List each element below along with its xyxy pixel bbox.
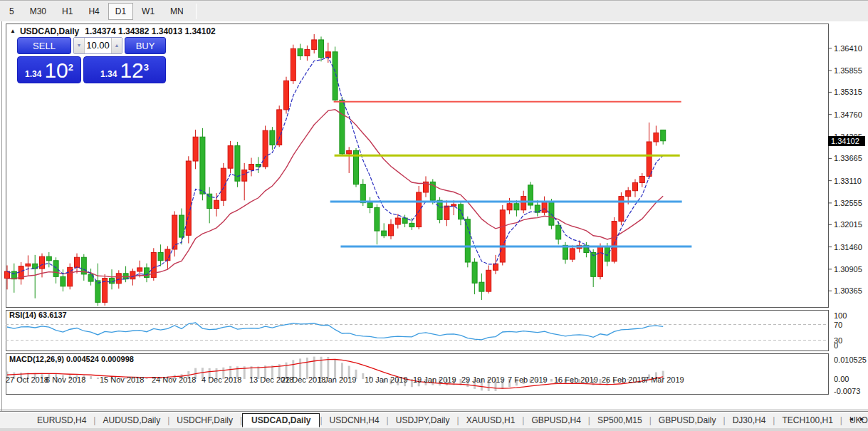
candle-body	[291, 48, 296, 81]
sell-price-sup: 2	[68, 64, 73, 71]
candle-body	[521, 197, 526, 210]
date-axis-label: 16 Feb 2019	[554, 375, 598, 384]
macd-bar	[97, 378, 99, 379]
tab-dj30[interactable]: DJ30,H4	[726, 414, 773, 427]
candle-body	[598, 246, 603, 276]
date-axis-label: 10 Jan 2019	[365, 375, 408, 384]
timeframe-button-h4[interactable]: H4	[81, 3, 106, 20]
date-axis-label: 29 Jan 2019	[461, 375, 505, 384]
candle-body	[61, 276, 66, 286]
candle-body	[277, 110, 282, 145]
candle-body	[486, 270, 491, 291]
sell-button[interactable]: SELL	[17, 37, 71, 54]
candle-body	[444, 206, 449, 219]
sell-price-big: 10	[44, 61, 68, 80]
candle-body	[605, 246, 610, 261]
tab-tech100[interactable]: TECH100,H1	[775, 414, 840, 427]
candle-body	[75, 257, 80, 267]
date-axis-label: 1 Jan 2019	[318, 375, 356, 384]
tab-usdjpy[interactable]: USDJPY,Daily	[389, 414, 457, 427]
candle-body	[619, 197, 624, 222]
tab-scroll-right-icon[interactable]: ▸	[860, 415, 864, 422]
buy-price-big: 12	[120, 61, 143, 80]
macd-label: MACD(12,26,9) 0.004524 0.000998	[9, 355, 134, 363]
buy-price-small: 1.34	[100, 68, 117, 80]
price-axis-label: 1.30365	[834, 286, 862, 295]
candle-body	[305, 49, 310, 56]
candle-body	[165, 249, 170, 261]
date-axis-label: 15 Nov 2018	[100, 375, 144, 384]
candle-body	[130, 271, 135, 279]
candle-body	[479, 282, 484, 291]
candle-body	[200, 137, 205, 194]
chart-window[interactable]: ▲USDCAD,Daily1.34374 1.34382 1.34013 1.3…	[0, 21, 868, 411]
candle-body	[549, 202, 554, 226]
candle-body	[389, 224, 394, 236]
candle-body	[459, 204, 464, 219]
tab-scroll-left-icon[interactable]: ◂	[849, 415, 853, 422]
rsi-line	[7, 323, 663, 340]
candle-body	[95, 281, 100, 302]
timeframe-button-5[interactable]: 5	[2, 3, 21, 20]
buy-price-sup: 3	[144, 64, 149, 71]
tab-sp500[interactable]: SP500,M15	[590, 414, 649, 427]
candle-body	[110, 279, 115, 284]
bottom-edge	[0, 428, 868, 431]
volume-decrease-icon[interactable]: ▼	[74, 38, 85, 53]
timeframe-button-mn[interactable]: MN	[163, 3, 191, 20]
tab-usdcad[interactable]: USDCAD,Daily	[242, 413, 320, 427]
tab-eurusd[interactable]: EURUSD,H4	[30, 414, 93, 427]
tab-xauusd[interactable]: XAUUSD,H1	[459, 414, 523, 427]
candle-body	[626, 191, 631, 197]
candle-body	[633, 182, 638, 190]
date-axis-label: 19 Jan 2019	[413, 375, 456, 384]
macd-bar	[146, 378, 148, 379]
candle-body	[193, 137, 198, 161]
rsi-axis-label: 0	[834, 341, 838, 350]
rsi-label: RSI(14) 63.6137	[9, 311, 67, 319]
tab-gbpusd[interactable]: GBPUSD,Daily	[652, 414, 723, 427]
timeframe-button-h1[interactable]: H1	[55, 3, 80, 20]
buy-button[interactable]: BUY	[125, 37, 166, 54]
tab-usdcnh[interactable]: USDCNH,H4	[323, 414, 387, 427]
tab-gbpusd[interactable]: GBPUSD,H4	[524, 414, 587, 427]
macd-axis-label: 0.010525	[834, 355, 867, 364]
macd-bar	[90, 376, 92, 379]
candle-body	[46, 256, 51, 261]
price-axis-label: 1.33110	[834, 177, 862, 185]
tab-audusd[interactable]: AUDUSD,Daily	[95, 414, 167, 427]
candle-body	[612, 222, 617, 261]
candle-body	[514, 204, 519, 210]
candle-body	[465, 219, 470, 262]
candle-body	[26, 264, 31, 266]
volume-input[interactable]: 10.00	[85, 38, 111, 53]
candle-body	[137, 268, 142, 271]
candle-body	[402, 218, 407, 223]
candle-body	[360, 185, 365, 203]
buy-price-tile[interactable]: 1.34 12 3	[83, 56, 166, 83]
candle-body	[417, 192, 422, 227]
rsi-axis-label: 70	[834, 321, 842, 329]
timeframe-button-m30[interactable]: M30	[23, 3, 53, 20]
candle-body	[249, 165, 254, 170]
sell-price-tile[interactable]: 1.34 10 2	[17, 56, 81, 83]
one-click-trade-panel: SELL ▼ 10.00 ▲ BUY 1.34 10 2 1.34 12 3	[17, 37, 166, 83]
collapse-triangle-icon[interactable]: ▲	[10, 28, 16, 34]
tab-usdchf[interactable]: USDCHF,Daily	[169, 414, 240, 427]
current-price-badge: 1.34102	[828, 136, 865, 146]
candle-body	[347, 150, 352, 154]
candle-body	[507, 204, 512, 210]
timeframe-button-d1[interactable]: D1	[108, 3, 133, 20]
rsi-axis-label: 100	[834, 311, 847, 320]
chart-title: ▲USDCAD,Daily1.34374 1.34382 1.34013 1.3…	[10, 26, 216, 36]
candle-body	[591, 252, 596, 276]
price-axis-label: 1.30905	[834, 265, 862, 274]
candle-body	[319, 40, 324, 58]
candle-body	[333, 52, 338, 100]
timeframe-toolbar: 5M30H1H4D1W1MN	[0, 0, 868, 21]
price-axis-label: 1.35315	[834, 88, 862, 96]
timeframe-button-w1[interactable]: W1	[135, 3, 162, 20]
candle-body	[451, 204, 456, 206]
date-axis-label: 4 Dec 2018	[202, 375, 241, 384]
volume-increase-icon[interactable]: ▲	[111, 38, 122, 53]
